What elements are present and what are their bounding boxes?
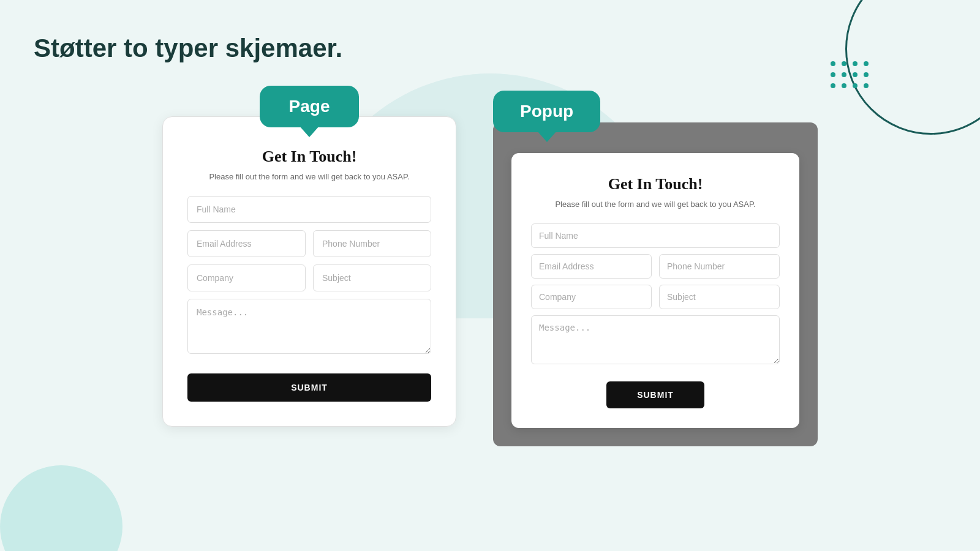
popup-email-phone-row	[531, 254, 780, 285]
popup-outer-container: Popup Get In Touch! Please fill out the …	[493, 122, 818, 446]
popup-message-input[interactable]	[531, 315, 780, 364]
page-message-input[interactable]	[187, 299, 431, 354]
popup-form-heading: Get In Touch!	[531, 175, 780, 193]
popup-phone-input[interactable]	[659, 254, 780, 279]
popup-submit-button[interactable]: SUBMIT	[606, 381, 704, 408]
page-form-subtext: Please fill out the form and we will get…	[187, 172, 431, 181]
page-submit-button[interactable]: SUBMIT	[187, 373, 431, 402]
content-area: Page Get In Touch! Please fill out the f…	[0, 86, 980, 551]
page-title: Støtter to typer skjemaer.	[34, 34, 342, 63]
page-subject-input[interactable]	[313, 264, 431, 291]
page-form-card: Get In Touch! Please fill out the form a…	[162, 116, 456, 427]
page-company-subject-row	[187, 264, 431, 299]
page-email-input[interactable]	[187, 230, 306, 257]
popup-form-subtext: Please fill out the form and we will get…	[531, 200, 780, 209]
popup-company-input[interactable]	[531, 285, 652, 309]
page-company-input[interactable]	[187, 264, 306, 291]
popup-fullname-input[interactable]	[531, 223, 780, 248]
popup-form-section: Popup Get In Touch! Please fill out the …	[493, 122, 818, 446]
page-form-heading: Get In Touch!	[187, 148, 431, 166]
page-email-phone-row	[187, 230, 431, 264]
popup-bubble: Popup	[493, 91, 600, 132]
page-phone-input[interactable]	[313, 230, 431, 257]
popup-company-subject-row	[531, 285, 780, 315]
page-bubble: Page	[260, 86, 360, 127]
popup-form-card: Get In Touch! Please fill out the form a…	[511, 153, 799, 428]
popup-email-input[interactable]	[531, 254, 652, 279]
page-form-section: Page Get In Touch! Please fill out the f…	[162, 86, 456, 427]
page-fullname-input[interactable]	[187, 196, 431, 223]
popup-subject-input[interactable]	[659, 285, 780, 309]
